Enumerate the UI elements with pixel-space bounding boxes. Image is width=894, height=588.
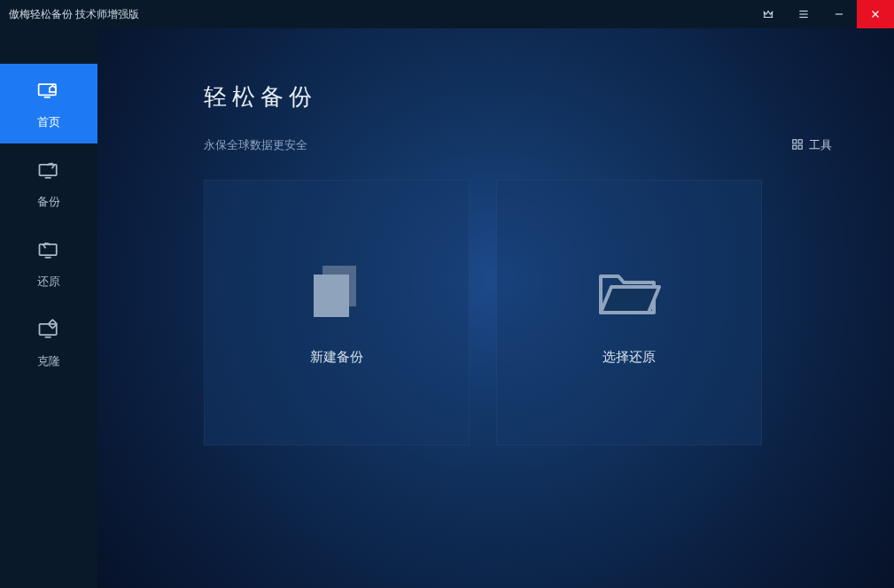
minimize-button[interactable] (821, 0, 857, 28)
page-title: 轻松备份 (204, 81, 832, 112)
sidebar-item-backup[interactable]: 备份 (0, 143, 97, 223)
tools-label: 工具 (809, 137, 832, 153)
menu-icon[interactable] (786, 0, 821, 28)
svg-rect-18 (798, 145, 802, 149)
sidebar-item-label: 备份 (37, 194, 60, 210)
documents-icon (301, 260, 372, 322)
svg-rect-17 (793, 145, 797, 149)
restore-icon (36, 237, 61, 265)
card-label: 选择还原 (602, 349, 656, 366)
clone-icon (36, 317, 61, 344)
home-icon (36, 78, 61, 105)
sidebar: 首页 备份 (0, 28, 97, 588)
crown-icon[interactable] (750, 0, 786, 28)
tools-link[interactable]: 工具 (791, 137, 832, 153)
main-content: 轻松备份 永保全球数据更安全 工具 (97, 28, 894, 588)
sidebar-item-label: 克隆 (37, 353, 60, 369)
grid-icon (791, 138, 804, 153)
titlebar: 傲梅轻松备份 技术师增强版 (0, 0, 894, 28)
card-select-restore[interactable]: 选择还原 (496, 180, 762, 445)
folder-open-icon (594, 260, 665, 322)
page-subtitle: 永保全球数据更安全 (204, 137, 307, 153)
svg-rect-20 (314, 275, 349, 317)
sidebar-item-restore[interactable]: 还原 (0, 223, 97, 303)
svg-rect-16 (798, 139, 802, 143)
sidebar-item-home[interactable]: 首页 (0, 64, 97, 143)
card-label: 新建备份 (310, 349, 363, 366)
svg-rect-10 (40, 244, 57, 254)
close-button[interactable] (857, 0, 894, 28)
svg-rect-15 (793, 139, 797, 143)
sidebar-item-clone[interactable]: 克隆 (0, 303, 97, 383)
card-new-backup[interactable]: 新建备份 (204, 180, 470, 445)
app-title: 傲梅轻松备份 技术师增强版 (9, 7, 139, 22)
svg-rect-12 (40, 323, 57, 334)
backup-icon (36, 158, 61, 185)
sidebar-item-label: 还原 (37, 274, 60, 290)
sidebar-item-label: 首页 (37, 114, 60, 130)
